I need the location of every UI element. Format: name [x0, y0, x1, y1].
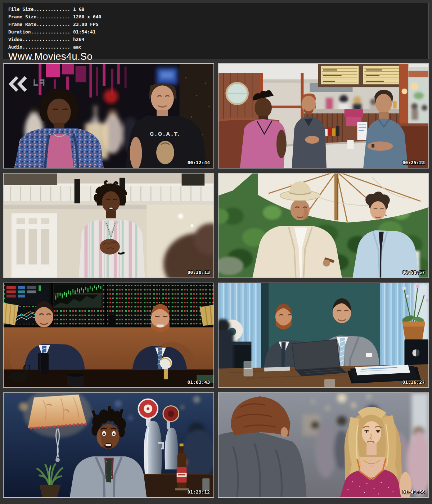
candlestick-chart-screen [54, 284, 102, 307]
screenshot-thumb-1: G.O.A.T. 00:12:44 [3, 63, 214, 168]
timestamp-overlay: 01:41:56 [402, 489, 425, 495]
scene-party [219, 393, 428, 497]
file-info-line-rate: Frame Rate............ 23.98 FPS [8, 21, 428, 28]
white-door [12, 213, 57, 278]
menu-boards [318, 64, 404, 87]
monitor [404, 339, 428, 368]
scene-garden-party [219, 174, 428, 278]
scene-nightclub: G.O.A.T. [4, 64, 213, 168]
watermark-text: Www.Movies4u.So [8, 51, 428, 62]
screenshot-thumb-3: 00:38:13 [3, 173, 214, 278]
screenshot-thumb-6: 01:16:27 [218, 283, 429, 388]
timestamp-overlay: 00:38:13 [187, 270, 210, 275]
file-info-line-video: Video................. h264 [8, 36, 428, 43]
file-info-panel: File Size............. 1 GB Frame Size..… [3, 3, 428, 59]
timestamp-overlay: 01:03:43 [187, 379, 210, 385]
goat-shirt-text: G.O.A.T. [150, 131, 181, 137]
screenshot-thumb-5: 01:03:43 [3, 283, 214, 388]
screenshot-thumb-4: 00:50:57 [218, 173, 429, 278]
file-info-line-size: File Size............. 1 GB [8, 5, 428, 13]
scene-diner [219, 64, 428, 168]
screenshot-grid: G.O.A.T. 00:12:44 [3, 63, 429, 498]
scene-conference-room [219, 283, 428, 387]
file-info-line-frame: Frame Size............ 1280 x 640 [8, 13, 428, 21]
timestamp-overlay: 01:29:12 [187, 489, 210, 495]
timestamp-overlay: 01:16:27 [402, 379, 425, 385]
timestamp-overlay: 00:25:28 [402, 160, 425, 165]
screenshot-thumb-2: 00:25:28 [218, 63, 429, 168]
scene-bar-night [4, 393, 213, 497]
scene-trading-office [4, 283, 213, 387]
timestamp-overlay: 00:12:44 [187, 160, 210, 165]
timestamp-overlay: 00:50:57 [402, 270, 425, 275]
file-info-line-audio: Audio................. aac [8, 43, 428, 51]
scene-loft [4, 174, 213, 278]
screenshot-thumb-8: 01:41:56 [218, 392, 429, 498]
screenshot-thumb-7: 01:29:12 [3, 392, 214, 498]
file-info-line-duration: Duration.............. 01:54:41 [8, 28, 428, 36]
